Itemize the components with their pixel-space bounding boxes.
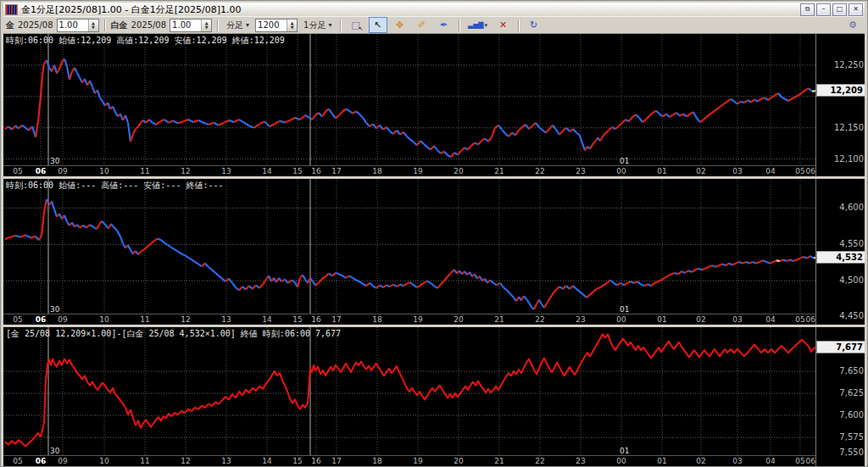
- time-tick-label: 05: [13, 456, 22, 466]
- time-tick-label: 06: [806, 314, 815, 325]
- date-marker-label: 01: [620, 305, 629, 314]
- bar-count-value: 1200: [256, 19, 287, 31]
- close-button[interactable]: ✕: [849, 3, 863, 16]
- time-tick-label: 04: [765, 456, 775, 466]
- time-tick-label: 23: [576, 314, 585, 325]
- platinum-time-axis: 0506091011121314151617181920212223000102…: [3, 314, 815, 325]
- time-tick-label: 12: [181, 314, 190, 325]
- settings-wrench-button[interactable]: ⚙: [843, 17, 862, 33]
- time-tick-label: 10: [99, 456, 108, 466]
- toolbar-separator: [459, 19, 460, 31]
- price-tick-label: 7,600: [839, 410, 864, 420]
- time-tick-label: 16: [311, 456, 320, 466]
- indicator-menu-button[interactable]: ▃▅▇ ▾: [465, 17, 491, 33]
- time-tick-label: 09: [58, 166, 67, 176]
- bar-count-arrows[interactable]: ▲ ▼: [287, 19, 297, 31]
- spinner-down-icon[interactable]: ▼: [89, 25, 98, 30]
- time-tick-label: 11: [140, 314, 149, 325]
- time-tick-label: 03: [732, 314, 742, 325]
- price-tick-label: 7,625: [839, 388, 864, 398]
- delete-indicator-button[interactable]: ✕: [494, 17, 513, 33]
- platinum-price-scale: 4,6004,5504,5004,4504,532: [815, 179, 865, 325]
- time-tick-label: 10: [99, 314, 108, 325]
- time-tick-label: 15: [292, 314, 302, 325]
- price-tick-label: 4,550: [839, 239, 864, 248]
- platinum-symbol-label: 白金: [111, 19, 128, 31]
- bar-type-label: 分足: [226, 19, 243, 31]
- gold-symbol-label: 金: [6, 19, 14, 31]
- time-tick-label: 05: [795, 314, 804, 325]
- price-tick-label: 4,500: [839, 275, 864, 285]
- pen-tool-button[interactable]: ✒: [435, 17, 453, 33]
- price-tick-label: 12,150: [834, 123, 864, 132]
- gold-multiplier-arrows[interactable]: ▲ ▼: [88, 19, 98, 31]
- spinner-down-icon[interactable]: ▼: [202, 25, 211, 30]
- platinum-multiplier-spinner[interactable]: 1.00 ▲ ▼: [170, 19, 212, 32]
- time-tick-label: 04: [765, 166, 775, 176]
- window-title: 金1分足[2025/08]1.00 - 白金1分足[2025/08]1.00: [21, 3, 797, 16]
- refresh-button[interactable]: ↻: [525, 17, 543, 33]
- time-tick-label: 06: [36, 166, 47, 176]
- time-tick-label: 05: [795, 166, 804, 176]
- platinum-chart-plot[interactable]: 時刻:06:00 始値:--- 高値:--- 安値:--- 終値:--- 300…: [3, 179, 815, 314]
- time-tick-label: 11: [140, 456, 149, 466]
- time-tick-label: 20: [453, 456, 463, 466]
- price-tick-label: 12,250: [834, 60, 864, 69]
- chevron-down-icon: ▾: [328, 21, 331, 29]
- spread-info-line: [金 25/08 12,209×1.00]-[白金 25/08 4,532×1.…: [6, 328, 341, 340]
- time-tick-label: 21: [494, 456, 504, 466]
- time-tick-label: 19: [413, 456, 422, 466]
- float-window-button[interactable]: ⧉: [800, 3, 815, 16]
- pan-tool-button[interactable]: ✥: [391, 17, 409, 33]
- platinum-contract-month: 2025/08: [131, 20, 167, 30]
- time-tick-label: 02: [696, 166, 705, 176]
- price-tick-label: 7,575: [839, 432, 864, 442]
- app-icon: [5, 4, 18, 15]
- spread-line-svg: [3, 327, 815, 455]
- chart-select-button[interactable]: □ ↖: [347, 17, 365, 33]
- time-tick-label: 05: [13, 166, 22, 176]
- minimize-button[interactable]: –: [816, 3, 831, 16]
- wrench-icon: ⚙: [849, 19, 857, 31]
- pencil-tool-button[interactable]: ✐: [413, 17, 431, 33]
- time-tick-label: 04: [765, 314, 775, 325]
- time-tick-label: 22: [535, 314, 544, 325]
- time-tick-label: 13: [221, 456, 231, 466]
- time-tick-label: 14: [262, 314, 271, 325]
- time-tick-label: 13: [221, 166, 231, 176]
- spread-chart-plot[interactable]: [金 25/08 12,209×1.00]-[白金 25/08 4,532×1.…: [3, 327, 815, 455]
- platinum-info-line: 時刻:06:00 始値:--- 高値:--- 安値:--- 終値:---: [6, 180, 224, 192]
- toolbar: 金 2025/08 1.00 ▲ ▼ 白金 2025/08 1.00 ▲ ▼ 分…: [3, 16, 865, 34]
- chevron-down-icon: ▾: [484, 22, 487, 29]
- gold-info-line: 時刻:06:00 始値:12,209 高値:12,209 安値:12,209 終…: [6, 35, 285, 47]
- timeframe-dropdown[interactable]: 1分足 ▾: [301, 19, 334, 31]
- price-tick-label: 4,450: [839, 311, 864, 320]
- time-tick-label: 03: [732, 166, 742, 176]
- date-marker-label: 01: [620, 157, 629, 165]
- maximize-button[interactable]: □: [832, 3, 847, 16]
- platinum-multiplier-arrows[interactable]: ▲ ▼: [201, 19, 211, 31]
- time-tick-label: 09: [58, 314, 67, 325]
- toolbar-separator: [104, 19, 106, 31]
- price-tick-label: 4,600: [839, 203, 864, 212]
- date-marker-label: 30: [50, 157, 59, 165]
- time-tick-label: 18: [372, 456, 381, 466]
- time-tick-label: 14: [262, 456, 271, 466]
- bar-count-spinner[interactable]: 1200 ▲ ▼: [255, 19, 298, 32]
- time-tick-label: 22: [535, 166, 544, 176]
- time-tick-label: 19: [413, 314, 422, 325]
- time-tick-label: 00: [616, 314, 626, 325]
- bar-type-dropdown[interactable]: 分足 ▾: [224, 19, 252, 31]
- date-marker-label: 30: [50, 305, 59, 314]
- time-tick-label: 01: [657, 166, 666, 176]
- gold-multiplier-spinner[interactable]: 1.00 ▲ ▼: [57, 19, 99, 32]
- gold-chart-plot[interactable]: 時刻:06:00 始値:12,209 高値:12,209 安値:12,209 終…: [3, 34, 815, 165]
- toolbar-separator: [518, 19, 520, 31]
- spinner-down-icon[interactable]: ▼: [287, 25, 297, 30]
- cursor-tool-button[interactable]: ↖: [369, 17, 387, 33]
- time-tick-label: 14: [262, 166, 271, 176]
- time-tick-label: 05: [795, 456, 804, 466]
- indicator-chart-icon: ▃▅▇: [468, 21, 483, 29]
- last-price-box: 7,677: [816, 341, 865, 353]
- time-tick-label: 20: [453, 314, 463, 325]
